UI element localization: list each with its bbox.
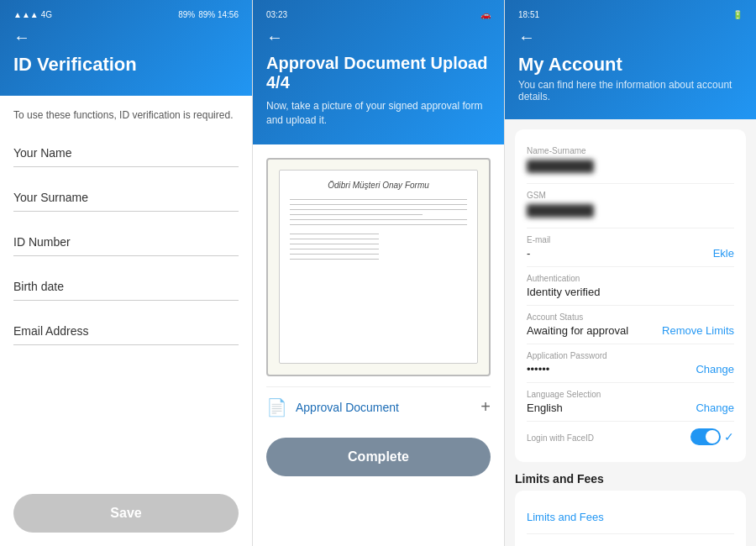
language-value: English <box>527 402 601 414</box>
doc-line-2 <box>290 204 467 205</box>
toggle-thumb <box>706 430 719 444</box>
limits-fees-link[interactable]: Limits and Fees <box>527 507 734 527</box>
authentication-value: Identity verified <box>527 286 734 298</box>
your-surname-divider <box>13 211 239 212</box>
time-label-3: 18:51 <box>518 10 539 19</box>
faceid-row: Login with FaceID ✓ <box>527 422 734 452</box>
birth-date-divider <box>13 300 239 301</box>
back-arrow-1[interactable]: ← <box>13 28 239 47</box>
save-button[interactable]: Save <box>13 494 239 533</box>
email-add-link[interactable]: Ekle <box>713 247 734 260</box>
doc-line-1 <box>290 199 467 200</box>
panel3-subtitle: You can find here the information about … <box>518 79 743 102</box>
account-status-row: Account Status Awaiting for approval Rem… <box>527 306 734 344</box>
app-password-label: Application Password <box>527 351 607 360</box>
language-label: Language Selection <box>527 390 601 399</box>
approval-document-label: Approval Document <box>296 401 399 414</box>
agreements-row[interactable]: Aggreements <box>527 534 734 546</box>
battery-icon-3: 🔋 <box>732 10 743 19</box>
approval-left: 📄 Approval Document <box>266 397 399 417</box>
your-name-field: Your Name <box>13 138 239 176</box>
doc-line-4 <box>290 214 423 215</box>
document-icon: 📄 <box>266 397 287 417</box>
panel3-body: Name-Surname GSM E-mail - Ekle <box>505 119 756 546</box>
email-label: E-mail <box>527 235 550 244</box>
back-arrow-2[interactable]: ← <box>266 28 491 47</box>
document-title: Ödibri Müşteri Onay Formu <box>328 181 429 190</box>
id-verification-panel: ▲▲▲ 4G 89% 89% 14:56 ← ID Verification T… <box>0 0 252 546</box>
email-address-label: Email Address <box>13 316 239 344</box>
id-number-label: ID Number <box>13 227 239 255</box>
faceid-toggle-container: ✓ <box>690 428 734 445</box>
language-field: Language Selection English <box>527 390 601 414</box>
document-lines <box>290 195 467 264</box>
doc-line-6 <box>290 224 467 225</box>
doc-line-10 <box>290 249 378 249</box>
gsm-field: GSM <box>527 191 594 221</box>
your-surname-label: Your Surname <box>13 182 239 211</box>
id-number-field: ID Number <box>13 227 239 265</box>
panel1-subtitle: To use these functions, ID verification … <box>13 109 239 121</box>
panel2-subtitle: Now, take a picture of your signed appro… <box>266 99 491 128</box>
email-value: - <box>527 247 550 260</box>
birth-date-field: Birth date <box>13 271 239 309</box>
doc-line-9 <box>290 244 378 244</box>
car-icon: 🚗 <box>480 10 491 19</box>
your-name-label: Your Name <box>13 138 239 166</box>
language-row: Language Selection English Change <box>527 383 734 422</box>
doc-line-12 <box>290 259 378 260</box>
limits-fees-row[interactable]: Limits and Fees <box>527 501 734 534</box>
faceid-field: Login with FaceID <box>527 433 594 445</box>
battery-icon: 89% <box>178 10 195 19</box>
password-change-link[interactable]: Change <box>696 363 734 375</box>
status-bar-3: 18:51 🔋 <box>518 10 743 19</box>
email-field: E-mail - <box>527 235 550 260</box>
language-change-link[interactable]: Change <box>696 402 734 414</box>
doc-line-7 <box>290 234 378 234</box>
name-surname-row: Name-Surname <box>527 139 734 184</box>
doc-line-8 <box>290 239 378 239</box>
gsm-label: GSM <box>527 191 594 200</box>
panel3-header: 18:51 🔋 ← My Account You can find here t… <box>505 0 756 119</box>
status-bar-2: 03:23 🚗 <box>266 10 491 19</box>
agreements-link[interactable]: Aggreements <box>527 541 734 546</box>
signal-icon: ▲▲▲ <box>13 10 39 19</box>
status-bar-1: ▲▲▲ 4G 89% 89% 14:56 <box>13 10 239 19</box>
add-document-icon[interactable]: + <box>480 397 491 417</box>
authentication-row: Authentication Identity verified <box>527 267 734 306</box>
doc-line-3 <box>290 209 467 210</box>
complete-button[interactable]: Complete <box>266 438 491 476</box>
panel1-header: ▲▲▲ 4G 89% 89% 14:56 ← ID Verification <box>0 0 252 96</box>
birth-date-label: Birth date <box>13 271 239 300</box>
panel3-title: My Account <box>518 54 743 76</box>
name-surname-value <box>527 160 594 173</box>
account-status-value: Awaiting for approval <box>527 324 628 337</box>
email-row: E-mail - Ekle <box>527 228 734 267</box>
panel2-body: Ödibri Müşteri Onay Formu <box>253 144 504 546</box>
name-surname-field: Name-Surname <box>527 146 594 176</box>
your-name-divider <box>13 166 239 167</box>
approval-document-panel: 03:23 🚗 ← Approval Document Upload 4/4 N… <box>252 0 504 546</box>
gsm-row: GSM <box>527 184 734 228</box>
app-password-value: •••••• <box>527 363 607 375</box>
time-label-2: 03:23 <box>266 10 287 19</box>
status-right-1: 89% 89% 14:56 <box>178 10 239 19</box>
limits-section-header: Limits and Fees <box>515 472 746 486</box>
panel1-body: To use these functions, ID verification … <box>0 96 252 546</box>
authentication-label: Authentication <box>527 274 734 283</box>
app-password-row: Application Password •••••• Change <box>527 344 734 383</box>
time-label-1: 89% 14:56 <box>198 10 239 19</box>
toggle-check-icon: ✓ <box>724 430 734 444</box>
my-account-panel: 18:51 🔋 ← My Account You can find here t… <box>504 0 756 546</box>
document-inner: Ödibri Müşteri Onay Formu <box>279 170 478 363</box>
back-arrow-3[interactable]: ← <box>518 28 743 47</box>
faceid-toggle[interactable] <box>690 428 721 445</box>
email-address-divider <box>13 344 239 345</box>
account-status-field: Account Status Awaiting for approval <box>527 312 628 337</box>
remove-limits-link[interactable]: Remove Limits <box>662 324 734 337</box>
account-card: Name-Surname GSM E-mail - Ekle <box>515 129 746 462</box>
approval-document-row[interactable]: 📄 Approval Document + <box>266 386 491 428</box>
email-address-field: Email Address <box>13 316 239 354</box>
panel1-title: ID Verification <box>13 54 239 76</box>
limits-card: Limits and Fees Aggreements <box>515 491 746 546</box>
